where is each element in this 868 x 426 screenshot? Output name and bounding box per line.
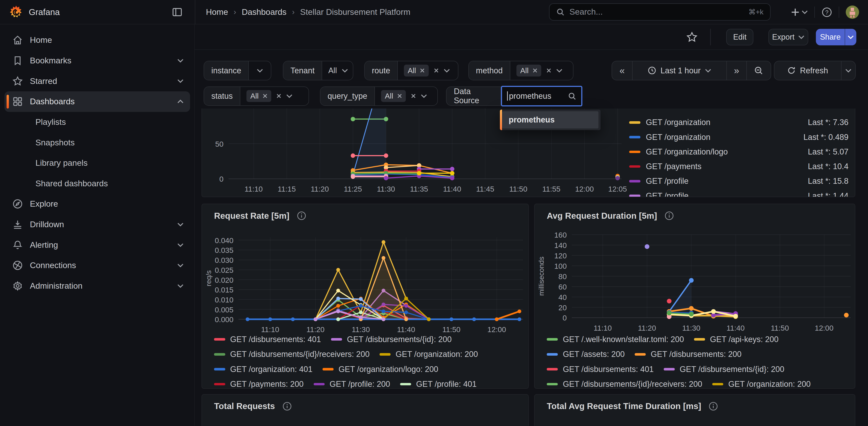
dropdown-option-prometheus[interactable]: prometheus (502, 111, 598, 128)
request-rate-chart[interactable]: 0.0000.0050.0100.0150.0200.0250.0300.035… (202, 229, 529, 337)
breadcrumb-dashboards[interactable]: Dashboards (242, 7, 286, 17)
sidebar-item-home[interactable]: Home (4, 30, 190, 51)
filter-route-chip[interactable]: All (404, 65, 429, 77)
legend-item[interactable]: GET /profile: 200 (314, 379, 390, 389)
filter-method-chip[interactable]: All (517, 65, 541, 77)
legend-item[interactable]: GET /disbursements/{id}/receivers: 200 (547, 379, 702, 389)
share-button[interactable]: Share (816, 29, 845, 45)
legend-row[interactable]: GET /organizationLast *: 7.36 (629, 115, 848, 130)
filter-route-value[interactable]: All (398, 61, 458, 80)
sidebar-item-snapshots[interactable]: Snapshots (4, 132, 190, 153)
chevron-down-icon[interactable] (177, 59, 184, 63)
info-icon[interactable] (709, 402, 718, 411)
legend-row[interactable]: GET /profileLast *: 15.8 (629, 174, 848, 188)
filter-status-value[interactable]: All (240, 87, 308, 105)
sidebar-item-starred[interactable]: Starred (4, 71, 190, 91)
sidebar-item-shared-dashboards[interactable]: Shared dashboards (4, 173, 190, 194)
legend-row[interactable]: GET /organizationLast *: 0.489 (629, 130, 848, 145)
refresh-button[interactable]: Refresh (774, 61, 841, 80)
sidebar-item-playlists[interactable]: Playlists (4, 112, 190, 132)
sidebar-item-bookmarks[interactable]: Bookmarks (4, 51, 190, 71)
time-shift-back-button[interactable]: « (612, 61, 632, 80)
time-shift-forward-button[interactable]: » (726, 61, 746, 80)
search-input[interactable]: Search... ⌘+k (549, 3, 771, 21)
export-button[interactable]: Export (768, 29, 808, 45)
chevron-down-icon[interactable] (177, 264, 184, 267)
clear-all-icon[interactable] (276, 93, 281, 98)
edit-button[interactable]: Edit (726, 29, 753, 45)
clear-all-icon[interactable] (411, 93, 416, 98)
sidebar-collapse-icon[interactable] (172, 6, 183, 18)
legend-series-name[interactable]: GET /organization (646, 118, 710, 127)
legend-item[interactable]: GET /disbursements/{id}: 200 (331, 335, 452, 344)
filter-method-value[interactable]: All (510, 61, 573, 80)
time-range-picker[interactable]: Last 1 hour (632, 61, 726, 80)
legend-series-name[interactable]: GET /payments (646, 162, 702, 171)
legend-series-name[interactable]: GET /profile (646, 191, 688, 197)
refresh-interval-button[interactable] (841, 61, 856, 80)
legend-item[interactable]: GET /api-keys: 200 (694, 335, 779, 344)
chip-remove-icon[interactable] (397, 93, 402, 98)
zoom-out-button[interactable] (746, 61, 771, 80)
chevron-down-icon[interactable] (177, 222, 184, 226)
panel-title[interactable]: Request Rate [5m] (214, 211, 289, 221)
legend-series-name[interactable]: GET /profile (646, 177, 688, 186)
filter-status-chip[interactable]: All (246, 90, 272, 102)
sidebar-item-explore[interactable]: Explore (4, 194, 190, 214)
legend-item[interactable]: GET /organization: 200 (712, 379, 811, 389)
help-button[interactable]: ? (822, 7, 832, 18)
info-icon[interactable] (665, 211, 674, 220)
legend-row: GET /assets: 200GET /disbursements: 200 (547, 350, 846, 359)
info-icon[interactable] (297, 211, 306, 220)
legend-item[interactable]: GET /disbursements/{id}/receivers: 200 (214, 350, 370, 359)
chip-remove-icon[interactable] (532, 68, 538, 73)
legend-item[interactable]: GET /profile: 401 (400, 379, 476, 389)
legend-item[interactable]: GET /disbursements/{id}: 200 (664, 365, 784, 374)
avg-duration-chart[interactable]: 02040608010012014016011:1011:2011:3011:4… (535, 226, 855, 337)
legend-item[interactable]: GET /disbursements: 401 (547, 365, 654, 374)
sidebar-item-drilldown[interactable]: Drilldown (4, 214, 190, 235)
filter-tenant-value[interactable]: All (322, 61, 353, 80)
legend-item[interactable]: GET /.well-known/stellar.toml: 200 (547, 335, 684, 344)
legend-row[interactable]: GET /profileLast *: 1.44 (629, 188, 848, 197)
legend-item[interactable]: GET /organization: 401 (214, 365, 312, 374)
filter-query-type-value[interactable]: All (375, 87, 437, 105)
chevron-up-icon[interactable] (177, 100, 184, 103)
legend-item[interactable]: GET /organization: 200 (379, 350, 478, 359)
legend-row[interactable]: GET /paymentsLast *: 10.4 (629, 159, 848, 174)
panel-title[interactable]: Avg Request Duration [5m] (547, 211, 657, 221)
chip-remove-icon[interactable] (262, 93, 268, 98)
breadcrumb-home[interactable]: Home (206, 7, 228, 17)
clear-all-icon[interactable] (546, 68, 551, 73)
filter-query-type-chip[interactable]: All (381, 90, 406, 102)
legend-item[interactable]: GET /assets: 200 (547, 350, 625, 359)
legend-item[interactable]: GET /payments: 200 (214, 379, 304, 389)
legend-row[interactable]: GET /organization/logoLast *: 5.07 (629, 145, 848, 159)
sidebar-item-connections[interactable]: Connections (4, 255, 190, 276)
sidebar-item-administration[interactable]: Administration (4, 276, 190, 296)
filter-instance-value[interactable] (249, 61, 271, 80)
legend-series-name[interactable]: GET /organization/logo (646, 147, 728, 156)
share-options-button[interactable] (845, 29, 856, 45)
datasource-search-input[interactable]: prometheus (501, 86, 582, 106)
user-avatar[interactable] (846, 5, 859, 19)
info-icon[interactable] (283, 402, 291, 411)
sidebar-item-alerting[interactable]: Alerting (4, 235, 190, 255)
chevron-down-icon[interactable] (177, 79, 184, 83)
search-icon (556, 8, 564, 16)
add-new-button[interactable] (791, 8, 808, 16)
legend-item[interactable]: GET /disbursements: 200 (635, 350, 742, 359)
legend-series-name[interactable]: GET /organization (646, 133, 710, 142)
chevron-down-icon[interactable] (177, 284, 184, 288)
clear-all-icon[interactable] (434, 68, 439, 73)
favorite-star-icon[interactable] (686, 32, 698, 42)
panel-title[interactable]: Total Avg Request Time Duration [ms] (547, 401, 701, 411)
chip-remove-icon[interactable] (420, 68, 425, 73)
sidebar-item-dashboards[interactable]: Dashboards (4, 91, 190, 112)
chevron-down-icon[interactable] (177, 243, 184, 247)
sidebar-item-library-panels[interactable]: Library panels (4, 153, 190, 173)
legend-item[interactable]: GET /disbursements: 401 (214, 335, 321, 344)
legend-item[interactable]: GET /organization/logo: 200 (322, 365, 438, 374)
grafana-brand[interactable]: Grafana (9, 0, 60, 24)
panel-title[interactable]: Total Requests (214, 401, 275, 411)
